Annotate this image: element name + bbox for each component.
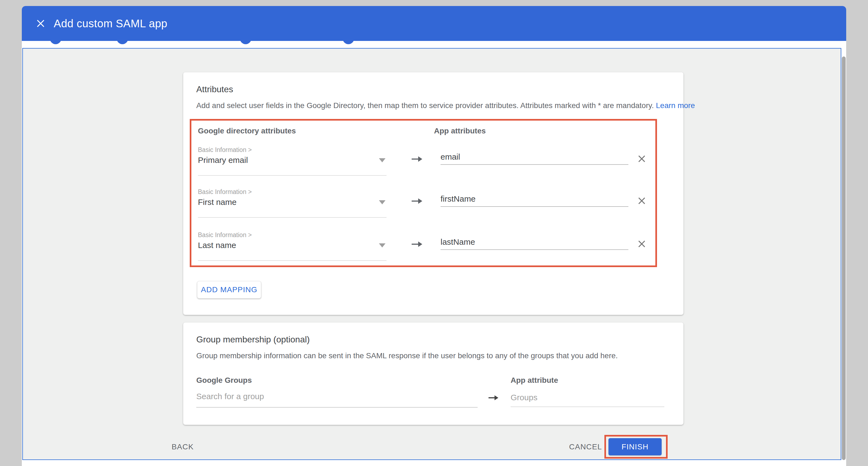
app-attribute-field <box>440 194 628 207</box>
google-attribute-value: First name <box>198 198 237 207</box>
google-attribute-select[interactable]: Basic Information > Primary email <box>198 144 386 176</box>
attributes-card: Attributes Add and select user fields in… <box>183 72 683 315</box>
google-attribute-value: Primary email <box>198 155 248 165</box>
google-directory-attributes-header: Google directory attributes <box>198 126 296 135</box>
group-card-title: Group membership (optional) <box>196 334 310 345</box>
scrollbar-thumb[interactable] <box>842 56 846 460</box>
group-card-description: Group membership information can be sent… <box>196 351 618 360</box>
attributes-card-title: Attributes <box>196 84 233 94</box>
group-membership-card: Group membership (optional) Group member… <box>183 322 683 425</box>
wizard-content-frame: Attributes Add and select user fields in… <box>22 48 841 460</box>
groups-attribute-field <box>510 393 664 407</box>
dialog-title: Add custom SAML app <box>54 18 167 30</box>
app-attribute-input[interactable] <box>440 194 628 207</box>
attribute-category-label: Basic Information > <box>198 188 252 196</box>
add-mapping-button[interactable]: ADD MAPPING <box>197 281 261 298</box>
select-underline <box>198 217 386 218</box>
attribute-category-label: Basic Information > <box>198 231 252 239</box>
app-attribute-field <box>440 237 628 250</box>
cancel-button[interactable]: CANCEL <box>564 438 608 456</box>
google-attribute-value: Last name <box>198 241 236 250</box>
chevron-down-icon[interactable] <box>379 200 385 204</box>
mapping-row: Basic Information > Last name <box>198 229 650 262</box>
mapping-annotation-box: Google directory attributes App attribut… <box>190 119 657 267</box>
app-attributes-header: App attributes <box>434 126 486 135</box>
learn-more-link[interactable]: Learn more <box>656 101 695 110</box>
chevron-down-icon[interactable] <box>379 158 385 162</box>
remove-mapping-icon[interactable] <box>636 153 648 165</box>
back-button[interactable]: BACK <box>166 438 199 456</box>
attributes-card-description: Add and select user fields in the Google… <box>196 101 695 110</box>
app-attribute-input[interactable] <box>440 152 628 165</box>
add-saml-app-dialog: Add custom SAML app Attributes Add and s… <box>22 6 846 466</box>
finish-button[interactable]: FINISH <box>609 438 662 455</box>
remove-mapping-icon[interactable] <box>636 238 648 250</box>
google-attribute-select[interactable]: Basic Information > Last name <box>198 229 386 261</box>
app-attribute-label: App attribute <box>510 376 558 385</box>
arrow-right-icon <box>488 394 499 403</box>
mapping-row: Basic Information > First name <box>198 186 650 219</box>
group-search-input[interactable] <box>196 392 477 408</box>
attribute-category-label: Basic Information > <box>198 146 252 154</box>
mapping-row: Basic Information > Primary email <box>198 144 650 177</box>
dialog-header: Add custom SAML app <box>22 6 846 41</box>
chevron-down-icon[interactable] <box>379 243 385 247</box>
close-icon[interactable] <box>35 18 46 29</box>
attributes-description-text: Add and select user fields in the Google… <box>196 101 654 110</box>
arrow-right-icon <box>393 155 440 163</box>
groups-attribute-input[interactable] <box>510 393 664 407</box>
group-search-field <box>196 392 477 408</box>
select-underline <box>198 260 386 261</box>
app-attribute-input[interactable] <box>440 237 628 250</box>
remove-mapping-icon[interactable] <box>636 195 648 207</box>
google-attribute-select[interactable]: Basic Information > First name <box>198 186 386 218</box>
app-attribute-field <box>440 152 628 165</box>
arrow-right-icon <box>393 197 440 205</box>
google-groups-label: Google Groups <box>196 376 252 385</box>
arrow-right-icon <box>393 240 440 248</box>
select-underline <box>198 175 386 176</box>
